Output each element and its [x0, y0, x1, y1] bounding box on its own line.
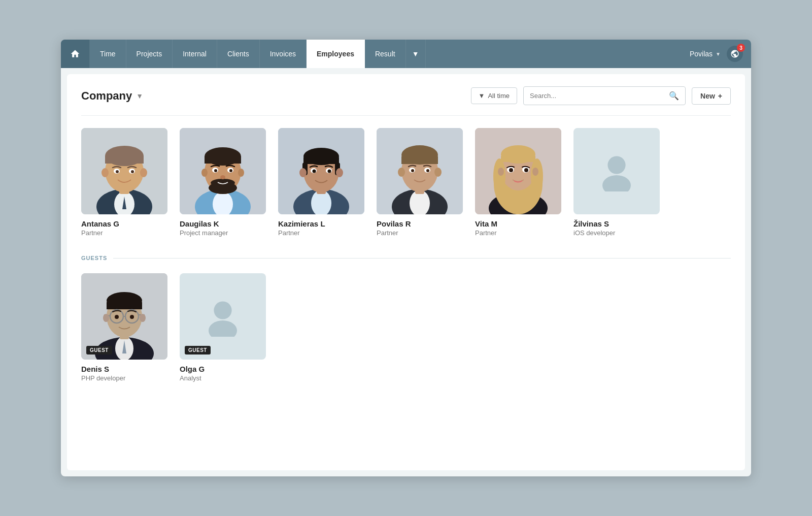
svg-point-57 [426, 169, 429, 172]
title-chevron-icon[interactable]: ▼ [136, 92, 143, 100]
avatar-zilvinas [573, 128, 660, 214]
employee-role-kazimieras: Partner [278, 229, 300, 237]
svg-point-88 [103, 314, 109, 322]
svg-point-43 [313, 170, 316, 173]
svg-point-67 [498, 168, 504, 176]
guest-badge-denis: GUEST [86, 346, 112, 354]
search-box: 🔍 [523, 86, 686, 105]
globe-button[interactable]: 3 [727, 46, 743, 62]
app-window: Time Projects Internal Clients Invoices … [61, 40, 751, 476]
top-bar: Time Projects Internal Clients Invoices … [61, 40, 751, 68]
employee-card-povilas[interactable]: Povilas R Partner [377, 128, 463, 237]
content-area: Company ▼ ▼ All time 🔍 New + [67, 74, 745, 470]
svg-point-65 [493, 158, 505, 194]
svg-rect-82 [107, 302, 142, 309]
time-filter-button[interactable]: ▼ All time [471, 87, 518, 104]
svg-point-8 [101, 168, 109, 177]
employee-card-daugilas[interactable]: Daugilas K Project manager [180, 128, 266, 237]
nav-item-result[interactable]: Result [365, 40, 406, 68]
svg-point-92 [214, 301, 231, 319]
search-input[interactable] [530, 92, 665, 100]
svg-point-74 [602, 175, 631, 191]
svg-rect-36 [303, 157, 339, 164]
svg-point-52 [398, 168, 405, 177]
avatar-povilas [377, 128, 463, 214]
employee-name-denis: Denis S [81, 365, 109, 373]
employee-card-zilvinas[interactable]: Žilvinas S iOS developer [573, 128, 660, 237]
page-title: Company ▼ [81, 89, 143, 103]
guests-section-divider: GUESTS [81, 255, 731, 261]
svg-rect-64 [501, 156, 535, 162]
guest-badge-olga: GUEST [185, 346, 211, 354]
svg-point-22 [211, 179, 235, 187]
avatar-olga: GUEST [180, 273, 266, 360]
nav-more-button[interactable]: ▼ [406, 40, 426, 68]
employees-grid: Antanas G Partner [81, 128, 731, 237]
nav-item-employees[interactable]: Employees [307, 40, 365, 68]
svg-point-68 [532, 168, 538, 176]
guests-grid: GUEST Denis S PHP developer GUEST Olga [81, 273, 731, 382]
avatar-denis: GUEST [81, 273, 167, 360]
filter-chevron-icon: ▼ [479, 92, 485, 100]
svg-point-28 [229, 169, 232, 172]
nav-item-time[interactable]: Time [90, 40, 126, 68]
avatar-antanas [81, 128, 167, 214]
svg-point-56 [411, 169, 414, 172]
svg-rect-20 [205, 156, 241, 164]
employee-role-antanas: Partner [81, 229, 103, 237]
employee-role-povilas: Partner [377, 229, 398, 237]
svg-point-12 [116, 170, 119, 173]
user-chevron-icon: ▼ [716, 51, 721, 57]
employee-name-povilas: Povilas R [377, 219, 411, 228]
svg-point-40 [336, 168, 343, 177]
svg-point-73 [607, 156, 625, 174]
employee-name-olga: Olga G [180, 365, 205, 373]
svg-point-72 [524, 168, 528, 172]
avatar-kazimieras [278, 128, 364, 214]
svg-point-91 [130, 315, 134, 319]
avatar-daugilas [180, 128, 266, 214]
nav-item-internal[interactable]: Internal [173, 40, 217, 68]
svg-point-27 [214, 169, 217, 172]
employee-card-denis[interactable]: GUEST Denis S PHP developer [81, 273, 167, 382]
toolbar-right: ▼ All time 🔍 New + [471, 86, 731, 105]
svg-point-39 [299, 168, 307, 177]
divider-line [113, 258, 731, 259]
employee-name-vita: Vita M [475, 219, 497, 228]
nav-left: Time Projects Internal Clients Invoices … [61, 40, 426, 68]
nav-item-invoices[interactable]: Invoices [260, 40, 307, 68]
guests-label: GUESTS [81, 255, 107, 261]
employee-role-denis: PHP developer [81, 374, 125, 382]
svg-rect-7 [105, 156, 144, 164]
svg-point-13 [131, 170, 134, 173]
nav-right: Povilas ▼ 3 [682, 40, 751, 68]
svg-point-90 [115, 315, 119, 319]
nav-item-clients[interactable]: Clients [217, 40, 260, 68]
toolbar: Company ▼ ▼ All time 🔍 New + [81, 86, 731, 116]
employee-name-antanas: Antanas G [81, 219, 119, 228]
user-menu-button[interactable]: Povilas ▼ [690, 50, 721, 58]
employee-name-zilvinas: Žilvinas S [573, 219, 609, 228]
employee-card-kazimieras[interactable]: Kazimieras L Partner [278, 128, 364, 237]
employee-role-zilvinas: iOS developer [573, 229, 615, 237]
nav-item-projects[interactable]: Projects [126, 40, 173, 68]
avatar-vita [475, 128, 561, 214]
svg-point-53 [434, 168, 442, 177]
employee-card-olga[interactable]: GUEST Olga G Analyst [180, 273, 266, 382]
svg-point-71 [509, 168, 513, 172]
employee-card-vita[interactable]: Vita M Partner [475, 128, 561, 237]
svg-point-24 [238, 169, 244, 177]
employee-role-vita: Partner [475, 229, 497, 237]
new-button[interactable]: New + [692, 87, 731, 105]
svg-point-23 [201, 169, 208, 177]
employee-name-kazimieras: Kazimieras L [278, 219, 325, 228]
svg-point-44 [328, 170, 331, 173]
employee-role-olga: Analyst [180, 374, 201, 382]
svg-rect-51 [401, 156, 438, 164]
employee-card-antanas[interactable]: Antanas G Partner [81, 128, 167, 237]
svg-point-9 [140, 168, 147, 177]
employee-name-daugilas: Daugilas K [180, 219, 219, 228]
svg-point-29 [220, 175, 225, 179]
home-button[interactable] [61, 40, 90, 68]
svg-point-66 [531, 158, 543, 194]
